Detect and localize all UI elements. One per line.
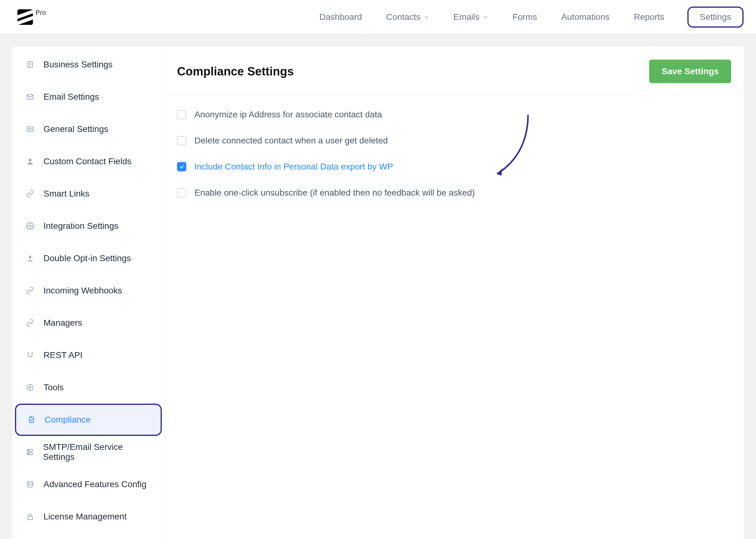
sidebar-item-label: Email Settings: [43, 92, 99, 102]
svg-rect-16: [30, 417, 34, 422]
nav-automations-label: Automations: [561, 12, 610, 22]
checkbox-icon[interactable]: [177, 136, 186, 145]
sidebar: Business Settings Email Settings General…: [12, 46, 165, 539]
checkbox-checked-icon[interactable]: [177, 162, 186, 171]
sidebar-item-label: License Management: [43, 512, 127, 522]
sidebar-item-rest-api[interactable]: REST API: [12, 339, 164, 371]
svg-point-9: [29, 159, 32, 161]
sidebar-item-custom-contact-fields[interactable]: Custom Contact Fields: [12, 145, 164, 178]
svg-point-10: [29, 225, 31, 227]
nav-contacts[interactable]: Contacts: [385, 10, 431, 25]
sidebar-item-email-settings[interactable]: Email Settings: [12, 81, 164, 113]
save-settings-button[interactable]: Save Settings: [649, 60, 731, 83]
option-anonymize-ip[interactable]: Anonymize ip Address for associate conta…: [177, 110, 731, 119]
sidebar-item-incoming-webhooks[interactable]: Incoming Webhooks: [12, 274, 164, 307]
svg-rect-23: [28, 516, 32, 520]
svg-point-20: [28, 450, 29, 451]
sidebar-item-compliance[interactable]: Compliance: [15, 404, 162, 436]
compliance-options: Anonymize ip Address for associate conta…: [165, 95, 744, 212]
svg-point-14: [27, 384, 33, 391]
brand: Pro: [17, 9, 46, 25]
server-icon: [26, 447, 35, 457]
brand-logo-icon: [17, 9, 33, 25]
sidebar-item-tools[interactable]: Tools: [12, 371, 164, 404]
option-one-click-unsubscribe[interactable]: Enable one-click unsubscribe (if enabled…: [177, 188, 731, 198]
brand-pro-label: Pro: [36, 9, 46, 17]
sidebar-item-managers[interactable]: Managers: [12, 307, 164, 339]
svg-point-21: [28, 453, 29, 454]
nav-settings-label: Settings: [700, 12, 731, 22]
svg-rect-11: [28, 261, 32, 262]
page-header: Compliance Settings Save Settings: [165, 46, 744, 95]
sidebar-item-license-management[interactable]: License Management: [12, 501, 164, 533]
sidebar-item-advanced-features[interactable]: Advanced Features Config: [12, 468, 164, 501]
sidebar-item-label: Compliance: [45, 415, 91, 425]
mail-icon: [26, 92, 35, 102]
sidebar-item-business-settings[interactable]: Business Settings: [12, 48, 164, 81]
sidebar-item-label: Integration Settings: [43, 221, 118, 231]
stack-icon: [26, 480, 35, 489]
nav-emails[interactable]: Emails: [452, 10, 489, 25]
sidebar-item-general-settings[interactable]: General Settings: [12, 113, 164, 145]
sidebar-item-label: Custom Contact Fields: [43, 156, 131, 166]
sidebar-item-label: Incoming Webhooks: [43, 286, 122, 296]
nav-contacts-label: Contacts: [386, 12, 421, 22]
svg-point-22: [27, 481, 33, 484]
lock-icon: [26, 512, 35, 521]
magnet-icon: [26, 350, 35, 360]
sidebar-item-label: Business Settings: [43, 60, 113, 70]
svg-point-15: [29, 387, 31, 389]
page-title: Compliance Settings: [177, 65, 294, 78]
main-panel: Compliance Settings Save Settings Anonym…: [165, 46, 744, 539]
nav-automations[interactable]: Automations: [560, 10, 611, 25]
nav-dashboard[interactable]: Dashboard: [318, 10, 363, 25]
option-label: Include Contact Info in Personal Data ex…: [195, 162, 393, 172]
gear-icon: [26, 221, 35, 231]
chevron-down-icon: [424, 14, 429, 20]
document-icon: [26, 60, 35, 69]
link-icon: [26, 318, 35, 328]
sidebar-item-label: Double Opt-in Settings: [43, 253, 131, 263]
svg-rect-17: [31, 416, 33, 418]
sidebar-item-label: Tools: [43, 383, 64, 392]
nav-forms[interactable]: Forms: [511, 10, 538, 25]
link-icon: [26, 189, 35, 198]
checkbox-icon[interactable]: [177, 188, 186, 197]
option-label: Delete connected contact when a user get…: [195, 136, 388, 146]
nav-dashboard-label: Dashboard: [319, 12, 362, 22]
option-include-contact-info[interactable]: Include Contact Info in Personal Data ex…: [177, 162, 731, 172]
id-card-icon: [26, 124, 35, 134]
sidebar-item-double-optin[interactable]: Double Opt-in Settings: [12, 242, 164, 274]
nav-forms-label: Forms: [513, 12, 537, 22]
sidebar-item-label: SMTP/Email Service Settings: [43, 442, 151, 462]
sidebar-item-smtp-email[interactable]: SMTP/Email Service Settings: [12, 436, 164, 468]
sidebar-item-integration-settings[interactable]: Integration Settings: [12, 210, 164, 242]
sidebar-item-label: Advanced Features Config: [43, 479, 147, 489]
top-nav: Dashboard Contacts Emails Forms Automati…: [318, 7, 744, 28]
upload-icon: [26, 254, 35, 263]
circle-icon: [26, 383, 35, 392]
checkbox-icon[interactable]: [177, 110, 186, 119]
svg-point-6: [29, 128, 30, 130]
nav-emails-label: Emails: [454, 12, 479, 22]
option-delete-contact[interactable]: Delete connected contact when a user get…: [177, 136, 731, 146]
nav-reports[interactable]: Reports: [633, 10, 666, 25]
sidebar-item-label: Smart Links: [43, 189, 89, 199]
option-label: Enable one-click unsubscribe (if enabled…: [195, 188, 475, 198]
chevron-down-icon: [483, 14, 488, 20]
topbar: Pro Dashboard Contacts Emails Forms: [0, 0, 756, 34]
nav-reports-label: Reports: [634, 12, 664, 22]
sidebar-item-label: REST API: [43, 350, 83, 360]
option-label: Anonymize ip Address for associate conta…: [195, 110, 382, 119]
sidebar-item-label: Managers: [43, 318, 82, 328]
clipboard-icon: [27, 415, 36, 424]
link-icon: [26, 286, 35, 295]
sidebar-item-label: General Settings: [43, 124, 108, 134]
user-icon: [26, 157, 35, 166]
nav-settings[interactable]: Settings: [687, 7, 744, 28]
sidebar-item-smart-links[interactable]: Smart Links: [12, 178, 164, 210]
content-area: Business Settings Email Settings General…: [0, 34, 756, 539]
